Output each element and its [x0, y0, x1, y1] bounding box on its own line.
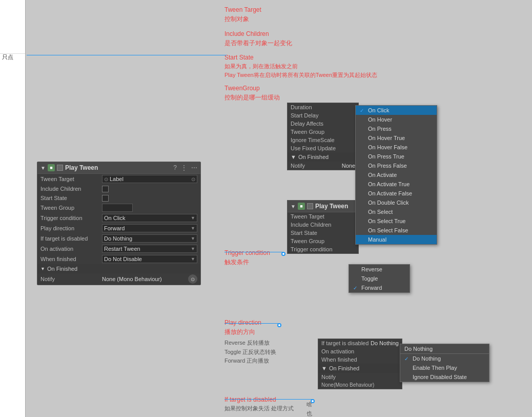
- ann-dot-trigger: [281, 252, 285, 256]
- mid-notify-label: Notify: [291, 163, 305, 169]
- dropdown-when-finished[interactable]: Do Not Disable ▼: [102, 255, 197, 263]
- play-direction-options: Reverse 反转播放 Toggle 正反状态转换 Forward 正向播放: [224, 339, 276, 366]
- input-tween-group[interactable]: 0: [102, 204, 133, 212]
- panel-header-left: ▼ ■ Play Tween: [40, 164, 98, 171]
- panel-checkbox[interactable]: [57, 165, 63, 171]
- panel-header-right: ? ⋮ ⋯: [173, 164, 197, 171]
- trigger-item-on-click[interactable]: ✓ On Click: [356, 106, 437, 115]
- trigger-item-on-press-false[interactable]: On Press False: [356, 161, 437, 170]
- panel2-row-start-state: Start State: [288, 229, 358, 237]
- dropdown-if-target-disabled[interactable]: Do Nothing ▼: [102, 234, 197, 243]
- row-start-state: Start State: [37, 193, 200, 203]
- mid-row-delay-affects: Delay Affects: [288, 120, 358, 128]
- ann-line-if-disabled: [224, 399, 312, 400]
- panel-settings-icon[interactable]: ⋮: [181, 164, 187, 171]
- if-disabled-dropdown[interactable]: Do Nothing ✓ Do Nothing Enable Then Play…: [400, 344, 489, 382]
- checkbox-include-children[interactable]: [102, 186, 109, 192]
- trigger-item-on-press-true[interactable]: On Press True: [356, 152, 437, 161]
- row-on-activation: On activation Restart Tween ▼: [37, 244, 200, 254]
- panel2-label-tween-target: Tween Target: [291, 213, 324, 220]
- trigger-item-on-hover-true[interactable]: On Hover True: [356, 133, 437, 143]
- ann-line-start-state: [27, 55, 227, 55]
- trigger-item-on-select-false[interactable]: On Select False: [356, 226, 437, 235]
- dropdown-trigger-condition[interactable]: On Click ▼: [102, 214, 197, 222]
- disabled-item-enable-then-play[interactable]: Enable Then Play: [400, 363, 489, 372]
- trigger-item-on-activate-true[interactable]: On Activate True: [356, 180, 437, 189]
- dropdown-on-activation[interactable]: Restart Tween ▼: [102, 245, 197, 253]
- panel2-toggle: ▼: [291, 204, 296, 209]
- ann-line-play-dir: [224, 323, 278, 324]
- panel2-label-start-state: Start State: [291, 230, 317, 236]
- ann-tween-target: Tween Target 控制对象: [224, 5, 261, 24]
- disabled-header: Do Nothing: [400, 344, 489, 354]
- trigger-item-manual[interactable]: Manual: [356, 235, 437, 244]
- play-dir-item-forward[interactable]: ✓ Forward: [349, 283, 410, 292]
- panel2-row-tween-target: Tween Target: [288, 212, 358, 221]
- label-tween-target: Tween Target: [40, 176, 102, 182]
- mid-row-start-delay: Start Delay: [288, 111, 358, 120]
- trigger-item-on-hover-false[interactable]: On Hover False: [356, 143, 437, 152]
- ann-play-direction: Play direction 播放的方向 Reverse 反转播放 Toggle…: [224, 318, 276, 366]
- notify-label: Notify: [40, 276, 102, 282]
- mid-label-use-fixed: Use Fixed Update: [291, 145, 336, 151]
- ann-tween-group: TweenGroup 控制的是哪一组缓动: [224, 84, 280, 102]
- trigger-item-on-select-true[interactable]: On Select True: [356, 216, 437, 226]
- mid-row-use-fixed-update: Use Fixed Update: [288, 144, 358, 152]
- check-forward: ✓: [353, 285, 359, 291]
- mid-label-tween-group: Tween Group: [291, 129, 324, 135]
- panel3-notify-label: Notify: [321, 374, 336, 380]
- label-tween-group: Tween Group: [40, 205, 102, 211]
- mid-label-duration: Duration: [291, 104, 312, 110]
- row-play-direction: Play direction Forward ▼: [37, 223, 200, 233]
- dropdown-play-direction[interactable]: Forward ▼: [102, 224, 197, 232]
- mid-row-duration: Duration: [288, 103, 358, 111]
- play-direction-dropdown[interactable]: Reverse Toggle ✓ Forward: [349, 264, 410, 293]
- mid-label-ignore-timescale: Ignore TimeScale: [291, 137, 335, 143]
- label-on-activation: On activation: [40, 246, 102, 252]
- label-if-target-disabled: If target is disabled: [40, 235, 102, 242]
- panel-toggle[interactable]: ▼: [40, 165, 46, 171]
- row-when-finished: When finished Do Not Disable ▼: [37, 254, 200, 264]
- trigger-item-on-hover[interactable]: On Hover: [356, 115, 437, 124]
- trigger-item-on-activate[interactable]: On Activate: [356, 170, 437, 180]
- disabled-item-ignore-disabled[interactable]: Ignore Disabled State: [400, 372, 489, 382]
- ann-dot-play-dir: [277, 323, 281, 327]
- mid-on-finished: ▼ On Finished: [288, 152, 358, 162]
- trigger-item-on-activate-false[interactable]: On Activate False: [356, 189, 437, 198]
- checkbox-start-state[interactable]: [102, 195, 109, 202]
- panel2-row-trigger-condition: Trigger condition: [288, 245, 358, 253]
- panel3-notify-value: None(Mono Behaviour): [318, 381, 402, 389]
- value-tween-target[interactable]: ⊙ Label ⊙: [102, 175, 197, 183]
- check-do-nothing: ✓: [404, 356, 411, 362]
- panel3-row-on-activation: On activation: [318, 347, 402, 355]
- mid-row-tween-group: Tween Group: [288, 128, 358, 136]
- row-tween-target: Tween Target ⊙ Label ⊙: [37, 174, 200, 184]
- panel2-icon: ■: [298, 203, 305, 210]
- notify-btn[interactable]: ⊙: [188, 274, 197, 284]
- on-finished-header: ▼ On Finished: [37, 264, 200, 273]
- trigger-condition-dropdown[interactable]: ✓ On Click On Hover On Press On Hover Tr…: [355, 105, 437, 245]
- play-dir-item-toggle[interactable]: Toggle: [349, 274, 410, 283]
- trigger-item-on-press[interactable]: On Press: [356, 124, 437, 133]
- panel3-row-if-disabled: If target is disabled Do Nothing: [318, 339, 402, 347]
- play-dir-item-reverse[interactable]: Reverse: [349, 265, 410, 274]
- tween-target-picker[interactable]: ⊙: [191, 176, 195, 182]
- section-arrow: ▼: [40, 266, 45, 271]
- panel-help-icon[interactable]: ?: [173, 164, 177, 171]
- ann-include-children: Include Children 是否带着子对象一起变化: [224, 29, 292, 48]
- panel2-label-tween-group: Tween Group: [291, 238, 324, 244]
- label-when-finished: When finished: [40, 256, 102, 262]
- panel2-title: Play Tween: [315, 203, 348, 210]
- notify-row: Notify None (Mono Behaviour) ⊙: [37, 273, 200, 285]
- panel2-checkbox[interactable]: [307, 203, 313, 209]
- panel-more-icon[interactable]: ⋯: [191, 164, 197, 171]
- disabled-item-do-nothing[interactable]: ✓ Do Nothing: [400, 354, 489, 363]
- ann-dot-if-disabled: [311, 399, 315, 403]
- trigger-item-on-double-click[interactable]: On Double Click: [356, 198, 437, 207]
- label-play-direction: Play direction: [40, 225, 102, 231]
- trigger-item-on-select[interactable]: On Select: [356, 207, 437, 216]
- label-include-children: Include Children: [40, 186, 102, 192]
- panel2-label-include-children: Include Children: [291, 222, 332, 228]
- panel2-label-trigger-condition: Trigger condition: [291, 246, 333, 252]
- mid-notify-row: Notify None: [288, 162, 358, 170]
